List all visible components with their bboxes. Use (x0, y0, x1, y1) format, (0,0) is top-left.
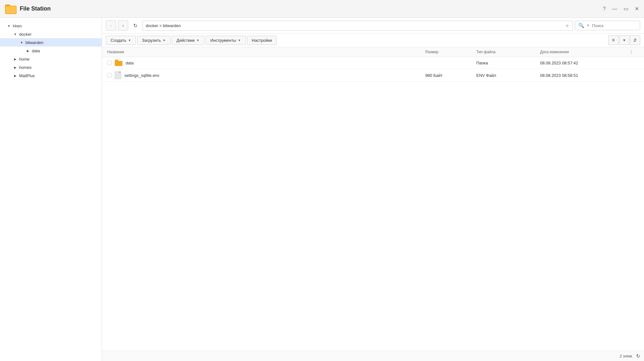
file-modified: 08.08.2023 08:57:42 (540, 61, 629, 65)
forward-button[interactable]: › (118, 20, 128, 31)
path-text: docker > bitwarden (146, 23, 181, 28)
app-icon (5, 3, 17, 15)
file-name: settings_sqllite.env (124, 73, 159, 78)
refresh-button[interactable]: ↻ (130, 20, 140, 31)
titlebar-left: File Station (5, 3, 51, 15)
col-size: Размер (425, 50, 476, 54)
minimize-button[interactable]: — (612, 6, 617, 12)
toggle-mailplus: ▶ (13, 73, 18, 78)
search-input[interactable] (592, 23, 637, 28)
item-count: 2 элем. (620, 354, 633, 358)
sidebar-item-bitwarden[interactable]: ▼ bitwarden (0, 38, 102, 47)
view-dropdown-button[interactable]: ▼ (619, 35, 629, 45)
settings-label: Настройки (252, 38, 272, 43)
settings-button[interactable]: Настройки (247, 36, 277, 45)
col-modified: Дата изменения (540, 50, 629, 54)
list-view-button[interactable]: ≡ (608, 35, 618, 45)
col-name: Название (107, 50, 425, 54)
path-bar: docker > bitwarden ★ (142, 21, 573, 31)
col-type: Тип файла (476, 50, 540, 54)
sidebar-label-data: data (32, 48, 40, 53)
back-button[interactable]: ‹ (106, 20, 116, 31)
file-checkbox[interactable] (107, 61, 112, 65)
content-area: ‹ › ↻ docker > bitwarden ★ 🔍 ▼ Создать ▼… (102, 18, 644, 361)
toggle-data: ▶ (26, 48, 31, 53)
create-label: Создать (111, 38, 126, 43)
sidebar-label-home: home (19, 57, 30, 62)
file-list: Название Размер Тип файла Дата изменения… (102, 47, 644, 351)
maximize-button[interactable]: ▭ (624, 6, 628, 12)
toolbar-actions: Создать ▼ Загрузить ▼ Действие ▼ Инструм… (102, 33, 644, 47)
file-list-header: Название Размер Тип файла Дата изменения… (102, 47, 644, 57)
sort-button[interactable]: ⇵ (630, 35, 640, 45)
file-name-cell: data (107, 60, 425, 66)
action-label: Действие (177, 38, 195, 43)
help-button[interactable]: ? (603, 6, 606, 12)
search-dropdown-icon[interactable]: ▼ (586, 23, 590, 28)
titlebar: File Station ? — ▭ ✕ (0, 0, 644, 18)
view-buttons: ≡ ▼ ⇵ (608, 35, 640, 45)
toggle-home: ▶ (13, 56, 18, 62)
col-more[interactable]: ⋮ (629, 50, 639, 54)
file-type: Папка (476, 61, 540, 65)
toggle-docker: ▼ (13, 32, 18, 37)
action-button[interactable]: Действие ▼ (172, 36, 204, 45)
create-button[interactable]: Создать ▼ (106, 36, 136, 45)
file-name-cell: settings_sqllite.env (107, 71, 425, 79)
main-layout: ▼ Hren ▼ docker ▼ bitwarden ▶ data ▶ hom… (0, 18, 644, 361)
file-icon (115, 71, 121, 79)
sidebar-item-data[interactable]: ▶ data (0, 47, 102, 55)
sidebar: ▼ Hren ▼ docker ▼ bitwarden ▶ data ▶ hom… (0, 18, 102, 361)
sidebar-label-homes: homes (19, 65, 32, 70)
sidebar-label-bitwarden: bitwarden (26, 40, 43, 45)
statusbar: 2 элем. ↻ (102, 351, 644, 361)
toggle-homes: ▶ (13, 65, 18, 70)
titlebar-controls: ? — ▭ ✕ (603, 6, 639, 12)
create-arrow: ▼ (128, 39, 131, 42)
file-size: 980 Байт (425, 73, 476, 78)
upload-arrow: ▼ (163, 39, 166, 42)
toggle-hren: ▼ (6, 23, 11, 28)
app-title: File Station (20, 5, 51, 12)
sidebar-item-homes[interactable]: ▶ homes (0, 63, 102, 71)
sidebar-item-mailplus[interactable]: ▶ MailPlus (0, 71, 102, 80)
upload-button[interactable]: Загрузить ▼ (137, 36, 170, 45)
statusbar-refresh-button[interactable]: ↻ (636, 353, 640, 359)
search-icon: 🔍 (578, 23, 584, 28)
close-button[interactable]: ✕ (635, 6, 639, 12)
folder-icon (115, 60, 122, 66)
toolbar-top: ‹ › ↻ docker > bitwarden ★ 🔍 ▼ (102, 18, 644, 33)
file-name: data (126, 61, 134, 65)
table-row[interactable]: settings_sqllite.env 980 Байт ENV Файл 0… (102, 69, 644, 82)
search-bar[interactable]: 🔍 ▼ (575, 21, 640, 30)
sidebar-item-home[interactable]: ▶ home (0, 55, 102, 63)
file-type: ENV Файл (476, 73, 540, 78)
toggle-bitwarden: ▼ (19, 40, 24, 45)
sidebar-label-docker: docker (19, 32, 32, 37)
file-checkbox[interactable] (107, 73, 112, 77)
upload-label: Загрузить (142, 38, 161, 43)
table-row[interactable]: data Папка 08.08.2023 08:57:42 (102, 57, 644, 69)
file-modified: 08.08.2023 08:58:51 (540, 73, 629, 78)
sidebar-item-hren[interactable]: ▼ Hren (0, 22, 102, 30)
sidebar-label-hren: Hren (13, 24, 22, 28)
favorite-icon[interactable]: ★ (565, 23, 569, 29)
tools-arrow: ▼ (238, 39, 241, 42)
tools-label: Инструменты (210, 38, 236, 43)
sidebar-label-mailplus: MailPlus (19, 73, 35, 78)
tools-button[interactable]: Инструменты ▼ (206, 36, 246, 45)
action-arrow: ▼ (196, 39, 200, 42)
svg-rect-2 (6, 6, 16, 13)
sidebar-item-docker[interactable]: ▼ docker (0, 30, 102, 38)
